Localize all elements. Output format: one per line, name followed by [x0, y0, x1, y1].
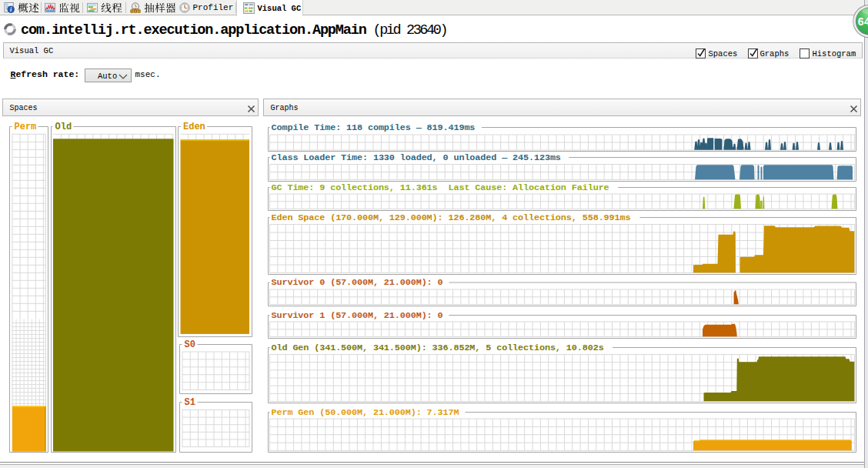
svg-text:64: 64	[858, 15, 868, 28]
